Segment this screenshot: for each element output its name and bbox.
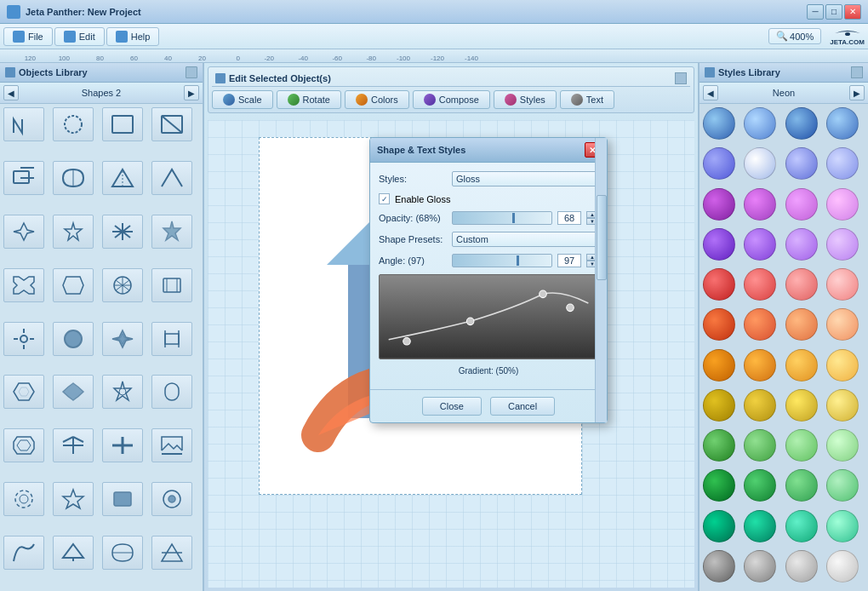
edit-menu[interactable]: Edit [54,27,105,46]
styles-button[interactable]: Styles [494,90,557,109]
shape-cell[interactable] [53,536,94,570]
shape-cell[interactable] [151,107,192,141]
shape-cell[interactable] [102,428,143,462]
rotate-button[interactable]: Rotate [277,90,341,109]
style-ball[interactable] [826,188,859,221]
edit-toolbar-close[interactable] [675,72,687,84]
style-ball[interactable] [744,268,776,301]
shape-cell[interactable] [3,536,44,570]
style-ball[interactable] [703,550,735,582]
zoom-display[interactable]: 🔍 400% [768,28,821,44]
canvas-workspace[interactable]: Shape & Text Styles ✕ Styles: Gloss Matt… [208,120,694,588]
style-ball[interactable] [826,308,859,341]
style-ball[interactable] [785,107,818,140]
cancel-button[interactable]: Cancel [490,397,555,416]
style-ball[interactable] [703,147,735,180]
style-ball[interactable] [703,389,735,422]
style-ball[interactable] [744,188,776,221]
style-ball[interactable] [744,228,776,261]
style-ball[interactable] [785,147,818,180]
file-menu[interactable]: File [3,27,53,46]
shape-cell[interactable] [53,428,94,462]
style-ball[interactable] [744,429,776,462]
shape-cell[interactable] [53,322,94,356]
style-ball[interactable] [744,469,776,502]
shape-cell[interactable] [53,482,94,516]
style-ball[interactable] [785,268,818,301]
style-ball[interactable] [744,550,776,582]
shape-cell[interactable] [3,322,44,356]
shape-cell[interactable] [3,375,44,409]
shape-cell[interactable] [151,161,192,195]
shape-cell[interactable] [102,536,143,570]
shape-cell[interactable] [151,268,192,302]
style-ball[interactable] [703,308,735,341]
style-ball[interactable] [785,349,818,382]
shape-cell[interactable] [151,375,192,409]
style-ball[interactable] [703,107,735,140]
style-ball[interactable] [744,147,776,180]
shape-cell[interactable] [151,322,192,356]
style-ball[interactable] [785,550,818,582]
style-ball[interactable] [785,389,818,422]
style-ball[interactable] [826,389,859,422]
style-ball[interactable] [703,510,735,542]
shape-cell[interactable] [102,161,143,195]
nav-prev-button[interactable]: ◀ [3,85,19,100]
shape-presets-select[interactable]: Custom Preset 1 [452,232,598,247]
shape-cell[interactable] [53,268,94,302]
shape-cell[interactable] [151,215,192,249]
shape-cell[interactable] [3,107,44,141]
help-menu[interactable]: Help [106,27,160,46]
shape-cell[interactable] [3,482,44,516]
shape-cell[interactable] [3,428,44,462]
shape-cell[interactable] [53,161,94,195]
styles-nav-next[interactable]: ▶ [849,85,865,100]
style-ball[interactable] [826,228,859,261]
shape-cell[interactable] [53,215,94,249]
style-ball[interactable] [744,349,776,382]
style-ball[interactable] [785,308,818,341]
close-button[interactable]: Close [422,397,482,416]
style-ball[interactable] [826,147,859,180]
style-ball[interactable] [703,228,735,261]
styles-library-collapse[interactable] [851,66,863,78]
shape-cell[interactable] [53,375,94,409]
compose-button[interactable]: Compose [413,90,490,109]
curve-editor[interactable] [379,274,598,359]
style-ball[interactable] [826,429,859,462]
scrollbar-thumb[interactable] [597,195,607,280]
shape-cell[interactable] [102,268,143,302]
scale-button[interactable]: Scale [212,90,273,109]
close-button[interactable]: ✕ [844,4,861,20]
style-ball[interactable] [703,469,735,502]
style-ball[interactable] [785,188,818,221]
maximize-button[interactable]: □ [825,4,842,20]
style-ball[interactable] [826,469,859,502]
objects-library-collapse[interactable] [186,66,197,78]
shape-cell[interactable] [151,428,192,462]
shape-cell[interactable] [3,161,44,195]
style-ball[interactable] [826,550,859,582]
style-ball[interactable] [744,308,776,341]
dialog-scrollbar[interactable] [595,138,607,422]
colors-button[interactable]: Colors [345,90,409,109]
style-ball[interactable] [826,107,859,140]
style-ball[interactable] [703,349,735,382]
style-ball[interactable] [703,429,735,462]
shape-cell[interactable] [102,482,143,516]
style-ball[interactable] [785,510,818,542]
style-ball[interactable] [826,510,859,542]
style-ball[interactable] [826,349,859,382]
style-ball[interactable] [744,107,776,140]
shape-cell[interactable] [102,322,143,356]
minimize-button[interactable]: ─ [807,4,824,20]
styles-nav-prev[interactable]: ◀ [703,85,718,100]
nav-next-button[interactable]: ▶ [184,85,199,100]
shape-cell[interactable] [3,215,44,249]
shape-cell[interactable] [151,482,192,516]
style-ball[interactable] [785,429,818,462]
enable-gloss-checkbox[interactable]: ✓ [379,193,390,204]
style-ball[interactable] [744,389,776,422]
style-ball[interactable] [703,268,735,301]
